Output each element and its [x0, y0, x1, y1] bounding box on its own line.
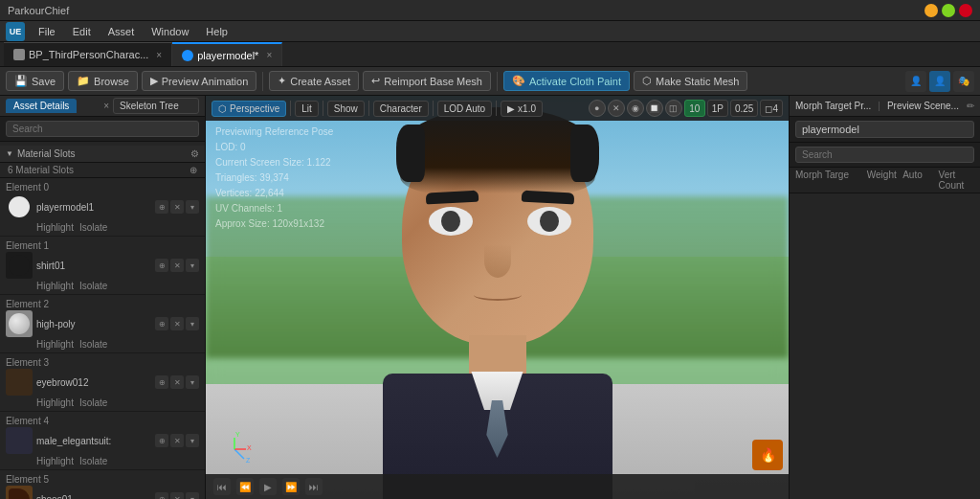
- make-static-button[interactable]: ⬡ Make Static Mesh: [634, 71, 747, 91]
- isolate-2[interactable]: Isolate: [79, 339, 107, 350]
- vp-sep-4: [433, 101, 434, 116]
- vp-circle-2[interactable]: ✕: [608, 100, 625, 117]
- material-slot-2: Element 2 high-poly ⊕ ✕ ▾ Highligh: [0, 295, 205, 353]
- create-asset-button[interactable]: ✦ Create Asset: [269, 71, 359, 91]
- slot-row-5: shoes01 ⊕ ✕ ▾: [6, 486, 199, 499]
- activate-cloth-button[interactable]: 🎨 Activate Cloth Paint: [503, 71, 630, 91]
- agent-icon-2[interactable]: 👤: [929, 71, 950, 92]
- panel-tab-skeleton[interactable]: Skeleton Tree: [113, 98, 199, 114]
- browse-button[interactable]: 📁 Browse: [68, 71, 138, 91]
- highlight-4[interactable]: Highlight: [36, 456, 74, 466]
- slot-action-nav-1[interactable]: ⊕: [155, 259, 168, 272]
- slot-action-more-3[interactable]: ▾: [186, 375, 199, 389]
- material-slots-gear[interactable]: ⚙: [190, 148, 199, 159]
- character-label: Character: [380, 103, 422, 114]
- vp-sep-3: [368, 101, 369, 116]
- agent-icon-1[interactable]: 👤: [905, 71, 926, 92]
- highlight-3[interactable]: Highlight: [36, 397, 74, 408]
- vp-circle-3[interactable]: ◉: [627, 100, 644, 117]
- tab-playermodel[interactable]: playermodel* ×: [172, 42, 282, 66]
- os-minimize-btn[interactable]: [924, 4, 938, 17]
- mouth: [474, 289, 522, 301]
- slot-thumb-5: [6, 486, 33, 499]
- tab-close-bp[interactable]: ×: [156, 50, 162, 60]
- slot-action-clear-5[interactable]: ✕: [170, 492, 184, 499]
- vp-circle-4[interactable]: 🔲: [646, 100, 663, 117]
- isolate-0[interactable]: Isolate: [79, 222, 107, 233]
- isolate-1[interactable]: Isolate: [79, 281, 107, 291]
- right-panel-gear[interactable]: ✏: [967, 101, 974, 111]
- slot-action-nav-2[interactable]: ⊕: [155, 317, 168, 330]
- slot-action-more-1[interactable]: ▾: [186, 259, 199, 272]
- panel-close-asset[interactable]: ×: [103, 101, 109, 111]
- menu-window[interactable]: Window: [144, 24, 196, 39]
- lod-btn[interactable]: LOD Auto: [437, 101, 492, 117]
- slot-action-nav-4[interactable]: ⊕: [155, 434, 168, 447]
- isolate-4[interactable]: Isolate: [79, 456, 107, 466]
- slot-action-nav-3[interactable]: ⊕: [155, 375, 168, 389]
- tab-close-playermodel[interactable]: ×: [266, 50, 272, 60]
- material-slots-title: Material Slots: [17, 148, 190, 159]
- slot-action-clear-4[interactable]: ✕: [170, 434, 184, 447]
- tab-icon-playermodel: [182, 50, 193, 61]
- menu-file[interactable]: File: [31, 24, 63, 39]
- slot-sub-actions-1: Highlight Isolate: [6, 279, 199, 291]
- vp-num-025[interactable]: 0.25: [730, 100, 758, 117]
- vp-bottom-btn-3[interactable]: ⏩: [282, 478, 300, 495]
- material-slots-add[interactable]: ⊕: [189, 165, 197, 175]
- vp-circle-5[interactable]: ◫: [665, 100, 682, 117]
- vp-bottom-btn-4[interactable]: ⏭: [305, 478, 323, 495]
- isolate-3[interactable]: Isolate: [79, 397, 107, 408]
- slot-action-clear-3[interactable]: ✕: [170, 375, 184, 389]
- slot-label-3: Element 3: [6, 356, 199, 369]
- save-button[interactable]: 💾 Save: [6, 71, 64, 91]
- character-btn[interactable]: Character: [373, 101, 429, 117]
- os-window-controls[interactable]: [924, 4, 972, 17]
- slot-action-more-2[interactable]: ▾: [186, 317, 199, 330]
- highlight-1[interactable]: Highlight: [36, 281, 74, 291]
- preview-animation-button[interactable]: ▶ Preview Animation: [142, 71, 257, 91]
- tab-bp-thirdperson[interactable]: BP_ThirdPersonCharac... ×: [4, 42, 172, 66]
- slot-action-clear-1[interactable]: ✕: [170, 259, 184, 272]
- material-slot-5: Element 5 shoes01 ⊕ ✕ ▾ Highlight: [0, 470, 205, 499]
- os-maximize-btn[interactable]: [942, 4, 955, 17]
- menu-help[interactable]: Help: [198, 24, 235, 39]
- slot-sub-actions-2: Highlight Isolate: [6, 337, 199, 350]
- viewport[interactable]: ⬡ Perspective Lit Show Character LOD Aut…: [206, 96, 789, 499]
- menu-edit[interactable]: Edit: [65, 24, 99, 39]
- vp-bottom-play[interactable]: ▶: [259, 478, 277, 495]
- speed-btn[interactable]: ▶ x1.0: [501, 101, 543, 117]
- vp-circle-1[interactable]: ●: [589, 100, 606, 117]
- slot-action-more-5[interactable]: ▾: [186, 492, 199, 499]
- right-search-input[interactable]: [795, 147, 974, 163]
- slot-action-more-4[interactable]: ▾: [186, 434, 199, 447]
- playermodel-input[interactable]: [795, 121, 974, 138]
- slot-action-nav-0[interactable]: ⊕: [155, 200, 168, 214]
- vp-num-1p[interactable]: 1P: [707, 100, 728, 117]
- perspective-btn[interactable]: ⬡ Perspective: [212, 101, 286, 117]
- search-input[interactable]: [6, 121, 199, 137]
- orange-badge[interactable]: 🔥: [752, 440, 783, 470]
- slot-action-clear-0[interactable]: ✕: [170, 200, 184, 214]
- material-slots-header[interactable]: ▼ Material Slots ⚙: [0, 146, 205, 163]
- vp-bottom-btn-1[interactable]: ⏮: [213, 478, 231, 495]
- static-label: Make Static Mesh: [656, 76, 739, 87]
- thumb-suit-4: [9, 430, 30, 451]
- slot-action-nav-5[interactable]: ⊕: [155, 492, 168, 499]
- highlight-2[interactable]: Highlight: [36, 339, 74, 350]
- agent-icon-3[interactable]: 🎭: [953, 71, 974, 92]
- right-col-headers: Morph Targe Weight Auto Vert Count: [790, 168, 980, 193]
- show-btn[interactable]: Show: [327, 101, 365, 117]
- highlight-0[interactable]: Highlight: [36, 222, 74, 233]
- menu-asset[interactable]: Asset: [100, 24, 143, 39]
- slot-action-more-0[interactable]: ▾: [186, 200, 199, 214]
- lit-btn[interactable]: Lit: [295, 101, 319, 117]
- os-close-btn[interactable]: [959, 4, 972, 17]
- vp-num-4[interactable]: ◻4: [760, 100, 783, 117]
- panel-tab-asset-details[interactable]: Asset Details: [6, 99, 77, 113]
- vp-num-10[interactable]: 10: [684, 100, 705, 117]
- vp-bottom-btn-2[interactable]: ⏪: [236, 478, 254, 495]
- reimport-button[interactable]: ↩ Reimport Base Mesh: [363, 71, 491, 91]
- svg-text:Z: Z: [246, 457, 251, 464]
- slot-action-clear-2[interactable]: ✕: [170, 317, 184, 330]
